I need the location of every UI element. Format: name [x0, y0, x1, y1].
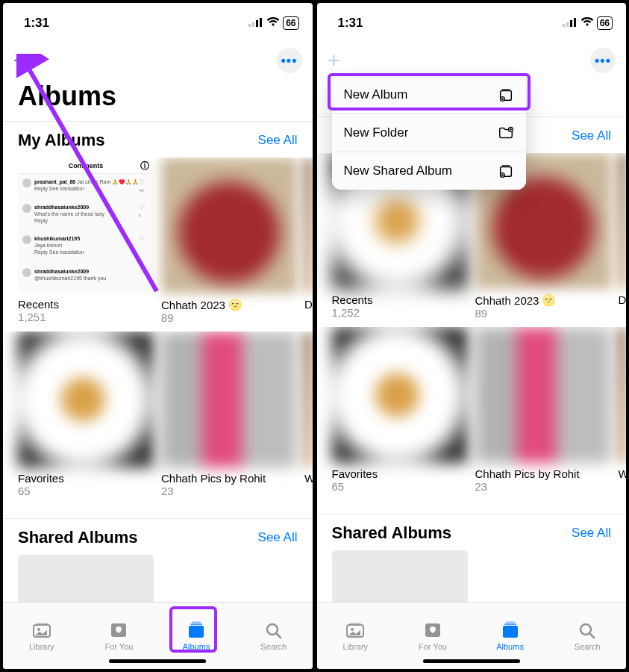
- svg-rect-19: [501, 89, 510, 90]
- search-icon: [577, 621, 598, 639]
- album-thumbnail: [18, 332, 154, 467]
- svg-line-34: [589, 633, 594, 638]
- album-title: Chhath Pics by Rohit: [161, 472, 297, 485]
- album-count: 89: [161, 311, 297, 324]
- album-thumbnail: [619, 327, 626, 463]
- menu-new-album[interactable]: New Album: [332, 76, 526, 113]
- see-all-shared[interactable]: See All: [258, 530, 298, 545]
- album-title: Recents: [332, 293, 468, 306]
- svg-rect-32: [506, 621, 515, 623]
- svg-rect-17: [574, 18, 576, 27]
- phone-left: 1:31 66 + ••• Albums My Albums See All: [3, 3, 313, 669]
- albums-icon: [500, 621, 521, 639]
- svg-rect-0: [248, 24, 251, 27]
- for-you-icon: [108, 621, 129, 639]
- albums-icon: [186, 621, 207, 639]
- svg-rect-9: [190, 623, 202, 625]
- album-title: Favorites: [18, 472, 154, 485]
- album-row-2[interactable]: Favorites 65 Chhath Pics by Rohit 23 W: [3, 332, 313, 505]
- album-title: Recents: [18, 298, 154, 311]
- album-count: 23: [161, 485, 297, 497]
- shared-albums-heading: Shared Albums: [18, 528, 138, 547]
- album-favorites[interactable]: Favorites 65: [18, 332, 154, 497]
- add-button[interactable]: +: [328, 49, 341, 72]
- album-count: 1,252: [332, 306, 468, 319]
- album-recents[interactable]: Commentsⓘ prashant_pal_80 Jai shree Ram …: [18, 158, 154, 324]
- library-icon: [345, 621, 366, 639]
- album-thumbnail: [332, 327, 468, 463]
- more-button[interactable]: •••: [277, 48, 302, 73]
- album-peek[interactable]: W: [619, 327, 626, 493]
- album-peek[interactable]: W: [304, 332, 312, 497]
- album-row-2[interactable]: Favorites 65 Chhath Pics by Rohit 23 W: [317, 327, 627, 500]
- album-thumbnail: [304, 158, 312, 293]
- album-peek[interactable]: D: [619, 153, 626, 320]
- see-all-shared[interactable]: See All: [572, 526, 611, 541]
- album-count: 65: [332, 480, 468, 493]
- wifi-icon: [266, 16, 280, 31]
- add-menu: New Album New Folder New Shared Album: [332, 76, 526, 190]
- tab-search[interactable]: Search: [548, 603, 626, 669]
- album-chhath-rohit[interactable]: Chhath Pics by Rohit 23: [161, 332, 297, 497]
- status-time: 1:31: [24, 16, 49, 31]
- tab-library[interactable]: Library: [3, 603, 81, 669]
- svg-rect-27: [349, 623, 361, 625]
- album-chhath-rohit[interactable]: Chhath Pics by Rohit 23: [475, 327, 611, 493]
- album-chhath[interactable]: Chhath 2023🌝 89: [161, 158, 297, 324]
- battery-icon: 66: [283, 16, 298, 30]
- album-title: Favorites: [332, 467, 468, 480]
- svg-rect-16: [570, 20, 572, 27]
- svg-point-28: [351, 628, 354, 631]
- tab-bar: Library For You Albums Search: [3, 602, 313, 669]
- album-count: 1,251: [18, 311, 154, 323]
- see-all-my-albums[interactable]: See All: [572, 128, 611, 143]
- album-thumbnail: [475, 327, 611, 463]
- svg-rect-14: [563, 24, 565, 27]
- album-title: W: [619, 467, 626, 480]
- add-button[interactable]: +: [13, 49, 27, 72]
- wifi-icon: [581, 16, 594, 31]
- album-thumbnail: [619, 153, 626, 289]
- new-shared-icon: [498, 163, 514, 179]
- album-thumbnail: [304, 332, 312, 467]
- shared-albums-heading: Shared Albums: [332, 523, 452, 543]
- tab-search[interactable]: Search: [235, 603, 313, 669]
- svg-rect-8: [189, 626, 204, 638]
- svg-rect-5: [36, 623, 48, 625]
- album-peek[interactable]: D: [304, 158, 312, 324]
- album-title: Chhath 2023🌝: [475, 293, 611, 307]
- album-count: 89: [475, 307, 611, 320]
- svg-rect-31: [504, 623, 516, 625]
- svg-point-6: [37, 628, 40, 631]
- my-albums-heading: My Albums: [18, 131, 105, 150]
- album-title: D: [304, 298, 312, 311]
- svg-rect-23: [501, 165, 510, 166]
- status-time: 1:31: [338, 16, 363, 31]
- album-thumbnail: Commentsⓘ prashant_pal_80 Jai shree Ram …: [18, 158, 154, 293]
- album-title: D: [619, 293, 626, 306]
- menu-new-folder[interactable]: New Folder: [332, 113, 526, 152]
- library-icon: [31, 621, 52, 639]
- album-title: Chhath Pics by Rohit: [475, 467, 611, 480]
- home-indicator[interactable]: [109, 659, 206, 663]
- cellular-icon: [563, 16, 578, 31]
- album-thumbnail: [161, 158, 297, 293]
- album-favorites[interactable]: Favorites 65: [332, 327, 468, 493]
- status-bar: 1:31 66: [3, 3, 313, 36]
- svg-rect-10: [192, 621, 201, 623]
- album-thumbnail: [161, 332, 297, 467]
- album-count: 65: [18, 485, 154, 497]
- tab-library[interactable]: Library: [317, 603, 395, 669]
- new-folder-icon: [498, 125, 514, 141]
- album-count: 23: [475, 480, 611, 493]
- tab-bar: Library For You Albums Search: [317, 602, 627, 669]
- home-indicator[interactable]: [423, 659, 520, 663]
- more-button[interactable]: •••: [590, 48, 616, 73]
- menu-new-shared-album[interactable]: New Shared Album: [332, 152, 526, 190]
- see-all-my-albums[interactable]: See All: [258, 133, 298, 148]
- svg-rect-3: [260, 18, 262, 27]
- album-row-1[interactable]: Commentsⓘ prashant_pal_80 Jai shree Ram …: [3, 158, 313, 332]
- for-you-icon: [422, 621, 443, 639]
- battery-icon: 66: [597, 16, 613, 30]
- cellular-icon: [248, 16, 263, 31]
